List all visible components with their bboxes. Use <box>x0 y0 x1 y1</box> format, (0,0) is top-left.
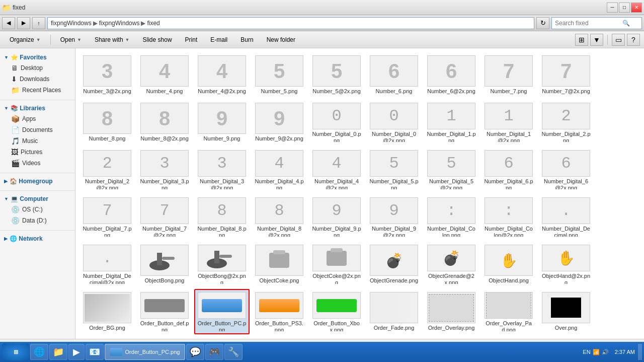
maximize-button[interactable]: □ <box>619 3 630 13</box>
file-item[interactable]: 5Number_5.png <box>252 52 307 98</box>
file-item[interactable]: 5Number_Digital_5.png <box>366 147 422 192</box>
search-box[interactable]: 🔍 <box>551 17 642 29</box>
file-item[interactable]: 6Number_Digital_6@2x.png <box>538 147 594 192</box>
file-item[interactable]: 💣ObjectGrenade@2x.png <box>424 242 479 287</box>
file-item[interactable]: 💣ObjectGrenade.png <box>366 242 422 287</box>
sidebar-item-pictures[interactable]: 🖼 Pictures <box>0 147 75 158</box>
up-button[interactable]: ↑ <box>32 17 45 29</box>
file-item[interactable]: Order_BG.png <box>79 289 135 334</box>
file-item[interactable]: 8Number_8.png <box>79 100 135 145</box>
slide-show-button[interactable]: Slide show <box>137 33 178 46</box>
file-item[interactable]: 4Number_Digital_4@2x.png <box>309 147 364 192</box>
network-header[interactable]: ▶ 🌐 Network <box>0 234 75 244</box>
file-item[interactable]: 3Number_Digital_3@2x.png <box>194 147 250 192</box>
file-item[interactable]: 2Number_Digital_2.png <box>538 100 594 145</box>
file-item[interactable]: ObjectCoke@2x.png <box>309 242 364 287</box>
taskbar-steam-button[interactable]: 🎮 <box>205 344 223 360</box>
file-item[interactable]: 5Number_5@2x.png <box>309 52 364 98</box>
file-item[interactable]: 2Number_Digital_2@2x.png <box>79 147 135 192</box>
sidebar-item-desktop[interactable]: 🖥 Desktop <box>0 62 75 74</box>
file-item[interactable]: ObjectBong@2x.png <box>194 242 250 287</box>
libraries-header[interactable]: ▼ 📚 Libraries <box>0 103 75 113</box>
file-item[interactable]: 7Number_7.png <box>481 52 536 98</box>
sidebar-item-recent-places[interactable]: 📁 Recent Places <box>0 85 75 96</box>
file-item[interactable]: Order_Overlay_Pad.png <box>481 289 536 334</box>
close-button[interactable]: ✕ <box>631 3 642 13</box>
file-item[interactable]: 0Number_Digital_0@2x.png <box>366 100 422 145</box>
file-item[interactable]: 6Number_6@2x.png <box>424 52 479 98</box>
file-item[interactable]: 0Number_Digital_0.png <box>309 100 364 145</box>
preview-pane-button[interactable]: ▭ <box>612 34 625 46</box>
file-item[interactable]: Order_Button_PC.png <box>194 289 250 334</box>
file-list[interactable]: 3Number_3@2x.png4Number_4.png4Number_4@2… <box>75 48 644 339</box>
taskbar-active-window-button[interactable]: Order_Button_PC.png <box>105 344 185 360</box>
taskbar-ie-button[interactable]: 🌐 <box>30 344 48 360</box>
print-button[interactable]: Print <box>180 33 203 46</box>
file-item[interactable]: 5Number_Digital_5@2x.png <box>424 147 479 192</box>
file-item[interactable]: Order_Button_PS3.png <box>252 289 307 334</box>
back-button[interactable]: ◀ <box>2 17 15 29</box>
file-item[interactable]: .Number_Digital_Decimal@2x.png <box>79 242 135 287</box>
help-button[interactable]: ? <box>627 34 640 46</box>
email-button[interactable]: E-mail <box>205 33 233 46</box>
file-item[interactable]: pants3@2x.png <box>366 336 422 339</box>
minimize-button[interactable]: ─ <box>607 3 618 13</box>
taskbar-mail-button[interactable]: 📧 <box>86 344 104 360</box>
file-item[interactable]: 1Number_Digital_1@2x.png <box>481 100 536 145</box>
file-item[interactable]: pants2.png <box>194 336 250 339</box>
file-item[interactable]: ParkMask.png <box>538 336 594 339</box>
file-item[interactable]: pants1.png <box>79 336 135 339</box>
forward-button[interactable]: ▶ <box>17 17 30 29</box>
start-button[interactable]: ⊞ <box>2 343 29 360</box>
file-item[interactable]: ✋ObjectHand.png <box>481 242 536 287</box>
file-item[interactable]: park.png <box>424 336 479 339</box>
file-item[interactable]: 9Number_Digital_9@2x.png <box>366 194 422 240</box>
file-item[interactable]: 6Number_6.png <box>366 52 422 98</box>
burn-button[interactable]: Burn <box>235 33 259 46</box>
sidebar-item-documents[interactable]: 📄 Documents <box>0 124 75 135</box>
favorites-header[interactable]: ▼ ⭐ Favorites <box>0 52 75 62</box>
sidebar-item-music[interactable]: 🎵 Music <box>0 135 75 147</box>
file-item[interactable]: .Number_Digital_Decimal.png <box>538 194 594 240</box>
taskbar-explorer-button[interactable]: 📁 <box>49 344 67 360</box>
file-item[interactable]: 4Number_4@2x.png <box>194 52 250 98</box>
file-item[interactable]: 8Number_8@2x.png <box>137 100 192 145</box>
taskbar-tool-button[interactable]: 🔧 <box>224 344 243 360</box>
refresh-button[interactable]: ↻ <box>536 17 549 29</box>
file-item[interactable]: park@2x.png <box>481 336 536 339</box>
file-item[interactable]: 9Number_9@2x.png <box>252 100 307 145</box>
file-item[interactable]: 4Number_4.png <box>137 52 192 98</box>
file-item[interactable]: 3Number_3@2x.png <box>79 52 135 98</box>
file-item[interactable]: 9Number_9.png <box>194 100 250 145</box>
file-item[interactable]: 8Number_Digital_8.png <box>194 194 250 240</box>
file-item[interactable]: Order_Button_def.png <box>137 289 192 334</box>
search-input[interactable] <box>555 20 620 27</box>
address-box[interactable]: fixpngWindows ▶ fixpngWindows ▶ fixed <box>47 17 534 29</box>
file-item[interactable]: Over.png <box>538 289 594 334</box>
sidebar-item-downloads[interactable]: ⬇ Downloads <box>0 74 75 85</box>
open-button[interactable]: Open ▼ <box>55 33 87 46</box>
file-item[interactable]: :Number_Digital_Colon@2x.png <box>481 194 536 240</box>
file-item[interactable]: :Number_Digital_Colon.png <box>424 194 479 240</box>
file-item[interactable]: 4Number_Digital_4.png <box>252 147 307 192</box>
computer-header[interactable]: ▼ 💻 Computer <box>0 194 75 204</box>
file-item[interactable]: 9Number_Digital_9.png <box>309 194 364 240</box>
homegroup-header[interactable]: ▶ 🏠 Homegroup <box>0 176 75 186</box>
file-item[interactable]: 7Number_Digital_7.png <box>79 194 135 240</box>
new-folder-button[interactable]: New folder <box>261 33 301 46</box>
organize-button[interactable]: Organize ▼ <box>4 33 46 46</box>
taskbar-media-button[interactable]: ▶ <box>68 344 85 360</box>
file-item[interactable]: 8Number_Digital_8@2x.png <box>252 194 307 240</box>
file-item[interactable]: ✋ObjectHand@2x.png <box>538 242 594 287</box>
file-item[interactable]: Order_Overlay.png <box>424 289 479 334</box>
file-item[interactable]: pants3.png <box>309 336 364 339</box>
file-item[interactable]: 3Number_Digital_3.png <box>137 147 192 192</box>
file-item[interactable]: ObjectBong.png <box>137 242 192 287</box>
sidebar-item-videos[interactable]: 🎬 Videos <box>0 158 75 169</box>
file-item[interactable]: ObjectCoke.png <box>252 242 307 287</box>
file-item[interactable]: pants1@2x.png <box>137 336 192 339</box>
file-item[interactable]: Order_Button_Xbox.png <box>309 289 364 334</box>
sidebar-item-c-drive[interactable]: 💿 OS (C:) <box>0 204 75 215</box>
file-item[interactable]: 7Number_7@2x.png <box>538 52 594 98</box>
file-item[interactable]: Order_Fade.png <box>366 289 422 334</box>
